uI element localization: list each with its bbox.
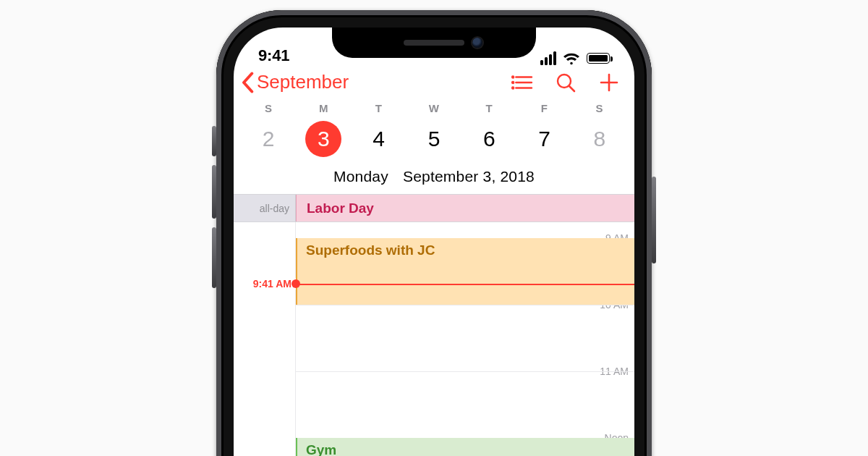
dow-mon: M bbox=[296, 102, 351, 117]
date-8[interactable]: 8 bbox=[572, 117, 627, 161]
plus-icon bbox=[599, 72, 619, 93]
date-7[interactable]: 7 bbox=[516, 117, 571, 161]
event-superfoods[interactable]: Superfoods with JC bbox=[296, 238, 634, 305]
back-label: September bbox=[257, 71, 349, 93]
speaker-grill bbox=[404, 40, 464, 46]
dow-fri: F bbox=[516, 102, 571, 117]
dow-wed: W bbox=[407, 102, 461, 117]
status-time: 9:41 bbox=[258, 46, 289, 65]
volume-down-button[interactable] bbox=[212, 227, 216, 288]
svg-point-5 bbox=[511, 86, 514, 88]
cellular-icon bbox=[540, 51, 556, 65]
nav-bar: September bbox=[234, 67, 634, 95]
notch bbox=[332, 28, 536, 58]
search-button[interactable] bbox=[555, 72, 576, 93]
back-button[interactable]: September bbox=[239, 71, 349, 93]
date-heading-full: September 3, 2018 bbox=[403, 168, 535, 185]
status-icons bbox=[540, 51, 610, 65]
battery-icon bbox=[587, 53, 610, 64]
volume-up-button[interactable] bbox=[212, 165, 216, 219]
wifi-icon bbox=[563, 52, 580, 65]
date-heading-weekday: Monday bbox=[333, 168, 388, 185]
week-dates: 2 3 4 5 6 7 8 bbox=[234, 117, 634, 166]
front-camera bbox=[472, 38, 482, 48]
now-line bbox=[296, 284, 634, 285]
week-day-labels: S M T W T F S bbox=[234, 95, 634, 117]
now-dot-icon bbox=[292, 279, 300, 288]
hour-line bbox=[296, 371, 634, 372]
date-5[interactable]: 5 bbox=[407, 117, 461, 161]
date-2[interactable]: 2 bbox=[241, 117, 296, 161]
chevron-left-icon bbox=[239, 72, 255, 93]
timeline[interactable]: 9 AM 10 AM 11 AM Noon Superfoods with JC… bbox=[234, 222, 634, 456]
list-icon bbox=[511, 74, 533, 91]
date-6[interactable]: 6 bbox=[461, 117, 516, 161]
power-button[interactable] bbox=[652, 177, 656, 263]
dow-tue: T bbox=[352, 102, 407, 117]
svg-point-3 bbox=[511, 75, 514, 77]
date-4[interactable]: 4 bbox=[352, 117, 407, 161]
hour-line bbox=[296, 305, 634, 305]
dow-thu: T bbox=[461, 102, 516, 117]
list-view-button[interactable] bbox=[511, 72, 533, 93]
svg-point-4 bbox=[511, 81, 514, 83]
screen: 9:41 September bbox=[234, 28, 634, 456]
svg-line-7 bbox=[569, 86, 574, 91]
time-gutter bbox=[234, 222, 296, 456]
date-3[interactable]: 3 bbox=[296, 117, 351, 161]
search-icon bbox=[556, 72, 576, 93]
all-day-label: all-day bbox=[234, 195, 296, 221]
mute-switch[interactable] bbox=[212, 126, 216, 156]
dow-sat: S bbox=[572, 102, 627, 117]
all-day-row: all-day Labor Day bbox=[234, 195, 634, 222]
event-gym[interactable]: Gym bbox=[296, 438, 634, 456]
dow-sun: S bbox=[241, 102, 296, 117]
all-day-event-labor-day[interactable]: Labor Day bbox=[296, 195, 634, 221]
date-heading: Monday September 3, 2018 bbox=[234, 166, 634, 195]
phone-frame: 9:41 September bbox=[216, 10, 652, 456]
add-event-button[interactable] bbox=[598, 72, 620, 93]
now-time-label: 9:41 AM bbox=[238, 278, 296, 290]
